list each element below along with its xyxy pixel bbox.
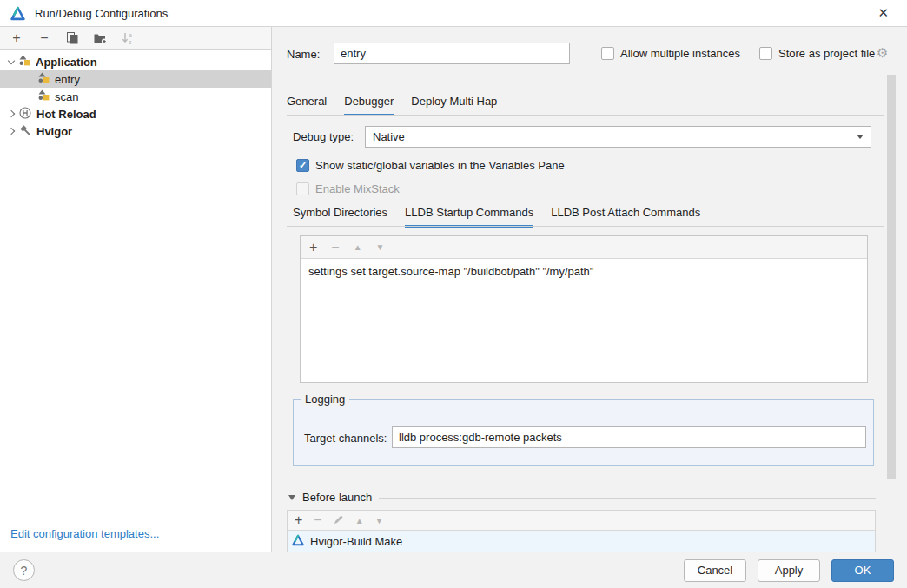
debug-type-value: Native [373, 130, 405, 143]
tab-lldb-post-attach-commands[interactable]: LLDB Post Attach Commands [551, 206, 700, 228]
lldb-tabs-separator [287, 226, 884, 227]
svg-text:a: a [129, 32, 132, 38]
tab-deploy-multi-hap[interactable]: Deploy Multi Hap [411, 95, 497, 116]
collapse-triangle-icon[interactable] [288, 495, 295, 500]
tree-item-label: Application [36, 56, 97, 69]
before-launch-header: Before launch [288, 491, 372, 504]
run-debug-configurations-dialog: Run/Debug Configurations ✕ + − [0, 0, 907, 588]
debug-type-label: Debug type: [293, 130, 354, 143]
before-launch-title: Before launch [302, 491, 372, 504]
configurations-sidebar: + − a z [0, 27, 272, 552]
checkbox-label: Enable MixStack [315, 182, 400, 195]
tree-item-scan[interactable]: scan [0, 88, 271, 105]
help-button[interactable]: ? [13, 559, 35, 581]
config-tabs: General Debugger Deploy Multi Hap [287, 95, 497, 116]
ok-button[interactable]: OK [831, 559, 894, 582]
add-task-button[interactable]: + [295, 512, 302, 528]
svg-text:z: z [129, 38, 132, 44]
new-folder-icon[interactable] [93, 31, 107, 45]
dialog-title: Run/Debug Configurations [35, 7, 168, 20]
lldb-commands-editor[interactable]: settings set target.source-map "/buildbo… [301, 259, 867, 284]
tabs-separator [287, 115, 884, 116]
check-icon: ✓ [299, 160, 307, 171]
edit-configuration-templates-link[interactable]: Edit configuration templates... [10, 527, 159, 540]
module-icon [19, 55, 30, 69]
close-icon[interactable]: ✕ [870, 3, 897, 23]
before-launch-toolbar: + − ▲ ▼ [288, 511, 875, 531]
checkbox-box [296, 182, 309, 195]
move-up-button[interactable]: ▲ [354, 242, 362, 252]
module-icon [38, 72, 50, 86]
remove-command-button[interactable]: − [331, 240, 339, 255]
tree-item-entry[interactable]: entry [0, 70, 271, 88]
copy-configuration-icon[interactable] [65, 31, 79, 45]
store-as-project-file-checkbox[interactable]: Store as project file [759, 45, 875, 61]
chevron-right-icon[interactable] [8, 128, 15, 135]
tree-item-application[interactable]: Application [0, 53, 271, 70]
hvigor-build-icon [292, 534, 304, 549]
tree-item-label: Hvigor [36, 125, 72, 138]
name-input[interactable] [334, 43, 570, 64]
checkbox-label: Show static/global variables in the Vari… [315, 159, 565, 172]
tree-item-hot-reload[interactable]: Hot Reload [0, 105, 271, 122]
checkbox-label: Allow multiple instances [620, 47, 740, 60]
tree-item-label: entry [55, 73, 80, 86]
edit-task-pencil-icon[interactable] [334, 514, 344, 527]
tab-debugger[interactable]: Debugger [344, 95, 394, 116]
configuration-editor-panel: Name: Allow multiple instances Store as … [273, 27, 907, 552]
hvigor-hammer-icon [19, 124, 31, 139]
tab-general[interactable]: General [287, 95, 327, 116]
store-project-gear-icon[interactable]: ⚙ [877, 45, 888, 61]
before-launch-separator [379, 498, 876, 499]
sort-alphabetically-icon[interactable]: a z [121, 31, 135, 45]
target-channels-input[interactable] [392, 426, 866, 448]
tree-item-label: Hot Reload [36, 108, 96, 121]
debug-type-select[interactable]: Native [365, 126, 871, 148]
lldb-tabs: Symbol Directories LLDB Startup Commands… [293, 206, 700, 228]
add-configuration-button[interactable]: + [10, 31, 23, 45]
show-static-variables-checkbox[interactable]: ✓ Show static/global variables in the Va… [296, 157, 565, 173]
checkbox-box [601, 47, 614, 60]
logging-legend: Logging [301, 393, 349, 406]
tree-item-hvigor[interactable]: Hvigor [0, 122, 271, 140]
cancel-button[interactable]: Cancel [684, 559, 746, 582]
footer-buttons: Cancel Apply OK [684, 559, 894, 582]
tree-item-label: scan [55, 90, 78, 103]
tab-lldb-startup-commands[interactable]: LLDB Startup Commands [405, 206, 533, 228]
move-down-button[interactable]: ▼ [376, 242, 385, 252]
configurations-tree: Application entry [0, 50, 271, 140]
dropdown-arrow-icon [857, 135, 864, 139]
move-task-up-button[interactable]: ▲ [355, 516, 364, 525]
remove-task-button[interactable]: − [314, 512, 321, 528]
apply-button[interactable]: Apply [758, 559, 820, 582]
sidebar-toolbar: + − a z [0, 27, 271, 50]
name-label: Name: [287, 48, 320, 61]
logging-group: Logging Target channels: [293, 399, 874, 466]
enable-mixstack-checkbox: Enable MixStack [296, 181, 400, 196]
remove-configuration-button[interactable]: − [37, 31, 51, 45]
before-launch-task-row[interactable]: Hvigor-Build Make [288, 531, 875, 552]
add-command-button[interactable]: + [309, 240, 317, 255]
deveco-logo-icon [10, 6, 25, 21]
module-icon [38, 89, 50, 103]
chevron-down-icon[interactable] [8, 56, 15, 63]
checkbox-box-checked: ✓ [296, 159, 309, 172]
move-task-down-button[interactable]: ▼ [375, 516, 384, 525]
hot-reload-icon [19, 107, 31, 122]
commands-toolbar: + − ▲ ▼ [301, 236, 867, 259]
checkbox-box [759, 47, 772, 60]
tab-symbol-directories[interactable]: Symbol Directories [293, 206, 387, 228]
chevron-right-icon[interactable] [8, 110, 15, 117]
title-bar: Run/Debug Configurations ✕ [0, 0, 907, 27]
lldb-startup-commands-panel: + − ▲ ▼ settings set target.source-map "… [300, 235, 868, 383]
dialog-footer: ? Cancel Apply OK [0, 552, 907, 588]
target-channels-label: Target channels: [304, 432, 387, 445]
checkbox-label: Store as project file [778, 47, 875, 60]
allow-multiple-instances-checkbox[interactable]: Allow multiple instances [601, 45, 740, 61]
task-label: Hvigor-Build Make [310, 535, 402, 548]
vertical-scrollbar-thumb[interactable] [887, 75, 896, 479]
before-launch-panel: + − ▲ ▼ Hvigor-Build Make [287, 510, 876, 552]
